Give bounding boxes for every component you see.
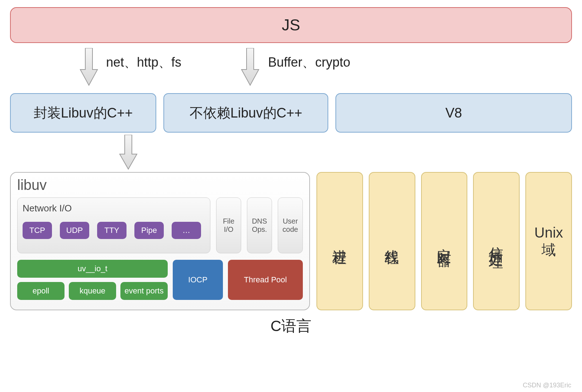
arrow-down-icon (118, 135, 139, 171)
thread-pool-box: Thread Pool (228, 260, 303, 300)
watermark: CSDN @193Eric (523, 382, 571, 389)
proto-tty: TTY (97, 222, 127, 239)
green-impls-row: epoll kqueue event ports (17, 282, 168, 300)
vertical-columns: 进程 线程 定时器 信号处理 Unix 域 (316, 172, 572, 310)
vcol-unix-domain: Unix 域 (525, 172, 572, 310)
bottom-label: C语言 (10, 316, 572, 336)
dns-ops-box: DNS Ops. (247, 197, 272, 253)
network-io-title: Network I/O (23, 203, 205, 214)
libuv-panel: libuv Network I/O TCP UDP TTY Pipe … Fil… (10, 172, 310, 310)
arrow-label-left: net、http、fs (106, 54, 181, 71)
js-label: JS (282, 16, 300, 34)
proto-udp: UDP (60, 222, 89, 239)
proto-tcp: TCP (23, 222, 52, 239)
js-layer-box: JS (10, 7, 572, 43)
arrow-down-icon (239, 48, 261, 87)
file-io-box: File I/O (216, 197, 241, 253)
middle-row: 封装Libuv的C++ 不依赖Libuv的C++ V8 (10, 93, 572, 133)
nonlibuv-cpp-box: 不依赖Libuv的C++ (163, 93, 328, 133)
uv-io-t-box: uv__io_t (17, 260, 168, 278)
green-column: uv__io_t epoll kqueue event ports (17, 260, 168, 300)
iocp-box: IOCP (173, 260, 223, 300)
vcol-thread: 线程 (369, 172, 415, 310)
arrow-down-icon (78, 48, 100, 87)
user-code-box: User code (278, 197, 303, 253)
libuv-cpp-box: 封装Libuv的C++ (10, 93, 156, 133)
nonlibuv-cpp-label: 不依赖Libuv的C++ (190, 104, 302, 122)
arrow-row-top: net、http、fs Buffer、crypto (10, 47, 572, 90)
vcol-signal: 信号处理 (473, 172, 520, 310)
v8-label: V8 (445, 105, 462, 121)
arrow-row-middle (10, 133, 572, 172)
proto-more: … (172, 222, 201, 239)
libuv-lower-row: uv__io_t epoll kqueue event ports IOCP T… (17, 260, 303, 300)
network-io-box: Network I/O TCP UDP TTY Pipe … (17, 197, 210, 253)
vcol-process: 进程 (316, 172, 363, 310)
vcol-timer: 定时器 (421, 172, 468, 310)
vcol-unix-label: Unix 域 (526, 224, 571, 258)
kqueue-box: kqueue (69, 282, 116, 300)
lower-row: libuv Network I/O TCP UDP TTY Pipe … Fil… (10, 172, 572, 310)
libuv-upper-row: Network I/O TCP UDP TTY Pipe … File I/O … (17, 197, 303, 253)
proto-pipe: Pipe (134, 222, 164, 239)
libuv-title: libuv (17, 177, 303, 193)
event-ports-box: event ports (120, 282, 168, 300)
arrow-label-right: Buffer、crypto (268, 54, 350, 71)
epoll-box: epoll (17, 282, 65, 300)
libuv-cpp-label: 封装Libuv的C++ (34, 104, 133, 122)
v8-box: V8 (335, 93, 572, 133)
protocol-row: TCP UDP TTY Pipe … (23, 222, 205, 239)
